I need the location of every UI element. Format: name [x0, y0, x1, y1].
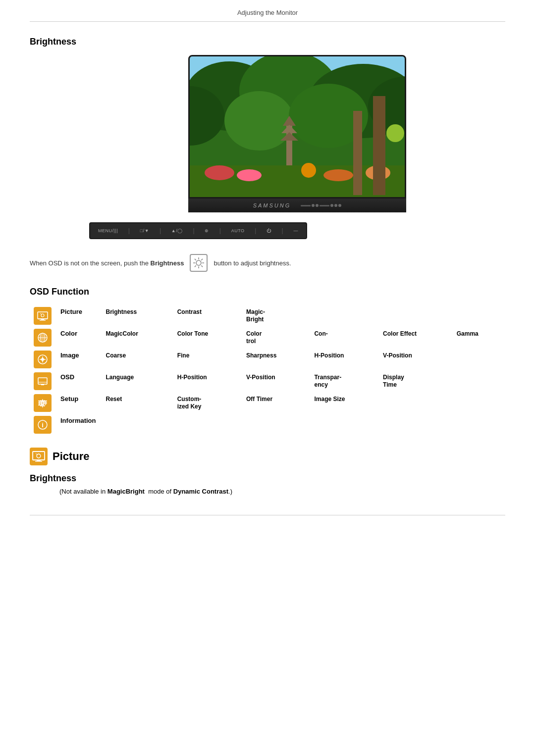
information-icon: i [34, 416, 52, 434]
osd-nav-btn[interactable]: □/▼ [140, 228, 149, 233]
svg-rect-44 [38, 378, 47, 384]
picture-icon [34, 307, 52, 325]
svg-line-30 [195, 265, 196, 267]
svg-line-28 [202, 265, 203, 267]
svg-rect-50 [38, 404, 44, 405]
ctrl-line [301, 205, 311, 206]
picture-item-magic-bright: Magic-Bright [246, 308, 265, 323]
ctrl-dot [316, 204, 319, 207]
color-label: Color [60, 330, 77, 337]
color-item-magiccolor: MagicColor [106, 330, 138, 337]
table-row: i Information [30, 414, 505, 436]
color-item-con: Con- [314, 330, 327, 337]
brightness-note-text: When OSD is not on the screen, push the … [30, 259, 184, 267]
svg-rect-49 [38, 403, 47, 403]
svg-point-22 [196, 260, 201, 265]
image-item-fine: Fine [177, 352, 190, 359]
color-item-effect: Color Effect [383, 330, 417, 337]
osd-item-vposition: V-Position [246, 374, 275, 381]
setup-item-imagesize: Image Size [314, 396, 345, 403]
setup-label: Setup [60, 395, 78, 403]
svg-line-36 [40, 313, 42, 314]
picture-item-contrast: Contrast [177, 308, 202, 315]
svg-line-27 [195, 259, 196, 260]
osd-menu-btn[interactable]: MENU/||| [98, 228, 118, 233]
ctrl-dot [330, 204, 333, 207]
setup-item-reset: Reset [106, 396, 122, 403]
osd-item-language: Language [106, 374, 134, 381]
osd-function-title: OSD Function [30, 287, 505, 297]
note-suffix: .) [228, 488, 232, 495]
ctrl-line2 [320, 205, 329, 206]
bottom-divider [30, 515, 505, 515]
svg-rect-53 [33, 452, 45, 460]
svg-rect-46 [41, 384, 44, 385]
color-item-control: Colortrol [246, 330, 262, 345]
ctrl-dot [334, 204, 337, 207]
svg-rect-34 [40, 320, 46, 321]
image-icon [34, 351, 52, 368]
osd-function-table: Picture Brightness Contrast Magic-Bright [30, 305, 505, 436]
osd-minus-btn[interactable]: — [293, 228, 298, 233]
brightness-sun-icon [192, 256, 206, 270]
table-row: Color MagicColor Color Tone Colortrol Co… [30, 327, 505, 349]
osd-nav2-btn[interactable]: ▲/◯ [171, 228, 183, 233]
note-prefix: (Not available in [59, 488, 107, 495]
osd-auto-btn[interactable]: AUTO [231, 228, 245, 233]
picture-section-title: Picture [53, 450, 90, 463]
osd-enter-btn[interactable]: ⊕ [205, 228, 209, 233]
osd-item-transparency: Transpar-ency [314, 374, 341, 388]
setup-icon [34, 394, 52, 412]
table-row: Image Coarse Fine Sharpness H-Position V… [30, 349, 505, 370]
svg-rect-18 [373, 96, 385, 195]
svg-point-16 [323, 169, 353, 181]
svg-rect-56 [35, 461, 42, 462]
picture-section-header: Picture [30, 448, 505, 465]
brightness-note-end: button to adjust brightness. [214, 259, 291, 267]
brightness-sub-note: (Not available in MagicBright mode of Dy… [59, 488, 505, 495]
table-row: OSD Language H-Position V-Position Trans… [30, 370, 505, 392]
setup-item-offtimer: Off Timer [246, 396, 272, 403]
svg-point-43 [41, 358, 44, 361]
color-icon [34, 329, 52, 347]
note-middle: mode of [145, 488, 173, 495]
image-label: Image [60, 352, 79, 359]
svg-text:i: i [42, 421, 44, 429]
samsung-logo: SAMSUNG [253, 202, 291, 208]
color-item-gamma: Gamma [457, 330, 479, 337]
brightness-sub-title: Brightness [30, 473, 505, 484]
garden-image [190, 56, 406, 199]
svg-point-15 [237, 169, 262, 181]
note-dynamic-contrast: Dynamic Contrast [173, 488, 228, 495]
osd-label: OSD [60, 373, 74, 381]
picture-section-icon [30, 448, 48, 465]
note-magicbright: MagicBright [107, 488, 145, 495]
brightness-title: Brightness [30, 37, 505, 47]
brightness-note: When OSD is not on the screen, push the … [30, 254, 505, 272]
svg-rect-31 [38, 312, 48, 319]
page-container: Adjusting the Monitor Brightness [0, 0, 535, 756]
page-title: Adjusting the Monitor [237, 9, 298, 16]
table-row: Picture Brightness Contrast Magic-Bright [30, 305, 505, 327]
image-item-hposition: H-Position [314, 352, 344, 359]
monitor-base: SAMSUNG [188, 199, 406, 212]
image-item-coarse: Coarse [106, 352, 126, 359]
svg-line-29 [202, 259, 203, 260]
svg-rect-19 [353, 111, 362, 195]
page-header: Adjusting the Monitor [30, 0, 505, 22]
monitor-controls [301, 204, 341, 207]
osd-item-hposition: H-Position [177, 374, 207, 381]
picture-item-brightness: Brightness [106, 308, 137, 315]
monitor-image-container: SAMSUNG [89, 55, 505, 212]
setup-item-customkey: Custom-ized Key [177, 396, 202, 410]
ctrl-dot [338, 204, 341, 207]
svg-rect-48 [38, 401, 47, 402]
monitor-screen [188, 55, 406, 199]
osd-power-btn[interactable]: ⏻ [267, 228, 271, 233]
image-item-vposition: V-Position [383, 352, 412, 359]
brightness-icon-box [190, 254, 208, 272]
color-item-tone: Color Tone [177, 330, 208, 337]
svg-point-14 [205, 165, 234, 180]
osd-control-bar: MENU/||| | □/▼ | ▲/◯ | ⊕ | AUTO | ⏻ | — [89, 222, 307, 239]
svg-point-21 [301, 163, 316, 178]
